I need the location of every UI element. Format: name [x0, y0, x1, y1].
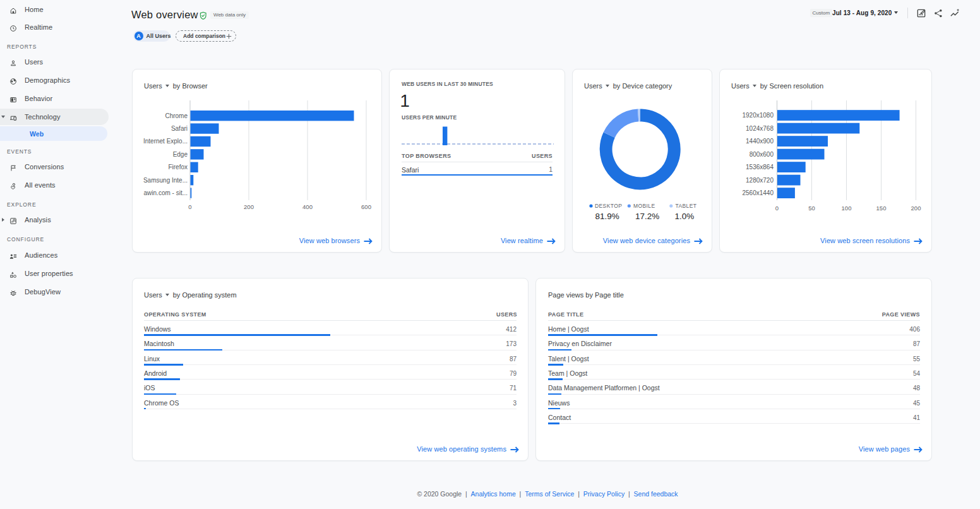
- svg-text:100: 100: [842, 205, 852, 212]
- svg-text:1536x864: 1536x864: [746, 164, 774, 171]
- svg-text:Safari: Safari: [171, 125, 188, 132]
- svg-text:awin.com - sit...: awin.com - sit...: [144, 189, 188, 196]
- svg-text:Chrome: Chrome: [165, 112, 188, 119]
- svg-text:600: 600: [361, 203, 371, 210]
- svg-text:1.0%: 1.0%: [675, 212, 695, 221]
- svg-text:81.9%: 81.9%: [595, 212, 619, 221]
- svg-text:TABLET: TABLET: [676, 203, 697, 209]
- svg-text:1024x768: 1024x768: [746, 125, 774, 132]
- svg-text:150: 150: [876, 205, 887, 212]
- svg-text:50: 50: [808, 205, 815, 212]
- svg-text:DESKTOP: DESKTOP: [595, 203, 622, 209]
- svg-text:17.2%: 17.2%: [635, 212, 659, 221]
- svg-text:Samsung Inte...: Samsung Inte...: [143, 177, 188, 184]
- svg-text:Internet Explo...: Internet Explo...: [143, 138, 188, 145]
- svg-text:1280x720: 1280x720: [746, 177, 774, 184]
- svg-text:1440x900: 1440x900: [746, 138, 774, 145]
- svg-text:800x600: 800x600: [750, 151, 774, 158]
- svg-text:1920x1080: 1920x1080: [743, 112, 774, 119]
- svg-text:MOBILE: MOBILE: [633, 203, 655, 209]
- svg-text:0: 0: [188, 203, 191, 210]
- svg-text:Edge: Edge: [173, 151, 188, 158]
- svg-text:200: 200: [244, 203, 254, 210]
- svg-text:Firefox: Firefox: [168, 164, 188, 171]
- svg-text:400: 400: [302, 203, 313, 210]
- svg-text:200: 200: [911, 205, 921, 212]
- svg-text:2560x1440: 2560x1440: [743, 189, 774, 196]
- svg-text:0: 0: [775, 205, 779, 212]
